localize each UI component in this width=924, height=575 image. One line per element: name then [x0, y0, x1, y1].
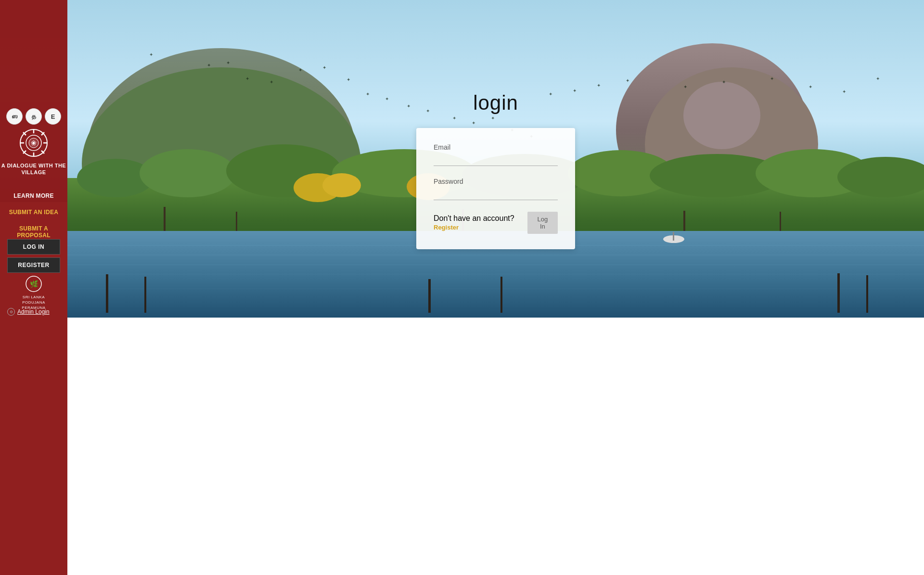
logo-icon: ❀: [18, 128, 49, 158]
register-link[interactable]: Register: [434, 224, 459, 231]
lang-sinhala-button[interactable]: ஸ: [6, 108, 23, 125]
no-account-label: Don't have an account?: [434, 214, 514, 222]
lang-english-button[interactable]: E: [45, 108, 61, 125]
admin-login-text: Admin Login: [17, 308, 50, 315]
nav-submit-idea[interactable]: SUBMIT AN IDEA: [0, 204, 67, 220]
logo-area: ❀ A DIALOGUE WITH THE VILLAGE: [0, 128, 67, 176]
login-title: login: [473, 91, 518, 115]
email-field-group: Email: [434, 143, 558, 166]
login-card: Email Password Don't have an account? Re…: [416, 128, 575, 249]
password-label: Password: [434, 178, 558, 185]
form-footer: Don't have an account? Register Log In: [434, 212, 558, 234]
login-submit-button[interactable]: Log In: [527, 212, 558, 234]
no-account-text: Don't have an account? Register: [434, 214, 527, 231]
password-field-group: Password: [434, 178, 558, 200]
action-buttons: LOG IN REGISTER: [7, 239, 60, 273]
email-label: Email: [434, 143, 558, 151]
email-input[interactable]: [434, 154, 558, 166]
admin-login-link[interactable]: ⚙ Admin Login: [7, 308, 50, 316]
language-buttons: ஸ த E: [0, 108, 67, 125]
slpp-logo-area: 🌿 SRI LANKA PODUJANA PERAMUNA: [0, 275, 67, 311]
logo-text: A DIALOGUE WITH THE VILLAGE: [0, 162, 67, 176]
slpp-icon: 🌿: [25, 275, 42, 293]
log-in-button[interactable]: LOG IN: [7, 239, 60, 255]
lang-tamil-button[interactable]: த: [26, 108, 42, 125]
password-input[interactable]: [434, 188, 558, 200]
admin-login-icon: ⚙: [7, 308, 15, 316]
main-content: login Email Password Don't have an accou…: [67, 0, 924, 575]
svg-text:🌿: 🌿: [30, 280, 38, 288]
nav-learn-more[interactable]: LEARN MORE: [0, 188, 67, 204]
svg-text:❀: ❀: [31, 139, 37, 147]
register-button[interactable]: REGISTER: [7, 257, 60, 273]
